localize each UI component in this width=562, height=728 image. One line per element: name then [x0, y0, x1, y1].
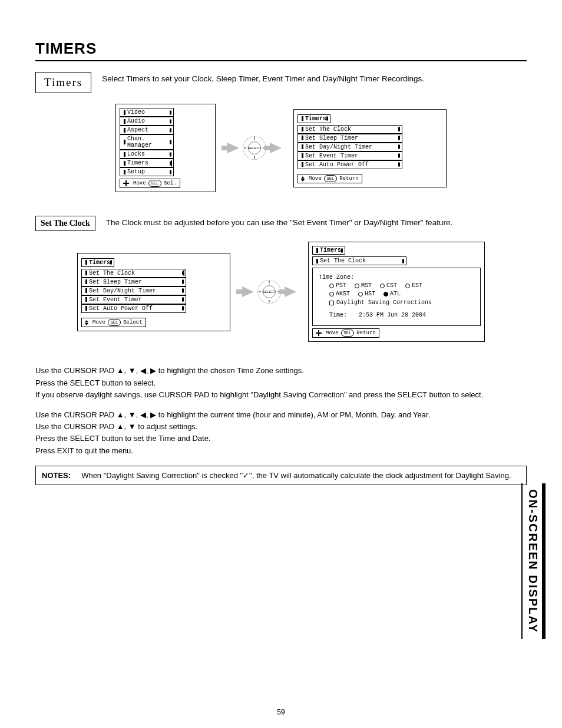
hint-select: Select	[123, 319, 142, 325]
dst-row: Daylight Saving Corrections	[329, 299, 474, 306]
select-dial-icon: SELECT	[257, 280, 281, 304]
time-label: Time:	[329, 312, 347, 318]
hint-return: Return	[339, 176, 358, 182]
menu-set-clock: Set The Clock	[297, 125, 402, 134]
cross-icon	[123, 180, 129, 186]
tz-mst: MST	[355, 282, 372, 289]
select-dial-label: SELECT	[248, 141, 261, 154]
clock-settings-panel: Time Zone: PST MST CST EST AKST HST ATL …	[312, 268, 481, 326]
menu-set-event: Set Event Timer	[81, 295, 186, 304]
menu-audio: Audio	[120, 117, 174, 126]
tz-atl: ATL	[384, 291, 401, 297]
hint-move: Move	[92, 319, 105, 325]
timers-intro: Timers Select Timers to set your Clock, …	[35, 72, 527, 93]
hint-sel-pill: SEL	[148, 180, 162, 187]
timers-label-box: Timers	[35, 72, 91, 93]
menu-chan-manager: Chan. Manager	[120, 134, 174, 150]
divider	[35, 60, 527, 61]
instr-line: If you observe daylight savings, use CUR…	[35, 390, 527, 400]
menu-aspect: Aspect	[120, 126, 174, 134]
instr-line: Use the CURSOR PAD ▲, ▼, ◀, ▶ to highlig…	[35, 410, 527, 420]
timers-menu-list: Set The Clock Set Sleep Timer Set Day/Ni…	[297, 125, 442, 169]
side-label-text: ON-SCREEN DISPLAY	[521, 483, 546, 515]
dst-checkbox	[329, 301, 334, 305]
timers-menu-hint-2: Move SEL Select	[81, 318, 146, 327]
arrow-right-icon	[242, 286, 254, 297]
hint-select: Sel.	[164, 180, 177, 186]
main-menu-hint: Move SEL Sel.	[120, 179, 180, 188]
timers-submenu-osd-2: Timers Set The Clock Set Sleep Timer Set…	[77, 253, 230, 332]
timers-tab: Timers	[312, 246, 345, 255]
set-clock-panel-osd: Timers Set The Clock Time Zone: PST MST …	[308, 242, 485, 342]
instr-line: Press EXIT to quit the menu.	[35, 446, 527, 456]
instr-line: Use the CURSOR PAD ▲, ▼, ◀, ▶ to highlig…	[35, 365, 527, 376]
tz-pst: PST	[329, 282, 346, 289]
menu-set-sleep: Set Sleep Timer	[81, 278, 186, 286]
timezone-row-1: PST MST CST EST	[329, 282, 474, 289]
instr-line: Use the CURSOR PAD ▲, ▼ to adjust settin…	[35, 421, 527, 432]
hint-move: Move	[133, 180, 146, 186]
timers-tab: Timers	[297, 114, 330, 123]
arrow-separator-2: SELECT	[242, 280, 296, 304]
set-clock-desc: The Clock must be adjusted before you ca…	[106, 216, 527, 227]
clock-panel-hint: Move SEL Return	[312, 328, 379, 338]
select-dial-icon: SELECT	[243, 136, 266, 160]
arrow-right-icon	[270, 143, 282, 153]
menu-video: Video	[120, 108, 174, 117]
menu-set-autopower: Set Auto Power Off	[81, 304, 186, 313]
timers-desc: Select Timers to set your Clock, Sleep T…	[102, 72, 527, 83]
figure-row-2: Timers Set The Clock Set Sleep Timer Set…	[35, 242, 527, 342]
menu-set-daynight: Set Day/Night Timer	[81, 286, 186, 295]
set-clock-intro: Set The Clock The Clock must be adjusted…	[35, 216, 527, 231]
notes-text: When "Daylight Saving Correction" is che…	[81, 471, 511, 480]
hint-sel-pill: SEL	[108, 319, 121, 326]
dst-label: Daylight Saving Corrections	[336, 299, 432, 306]
notes-label: NOTES:	[42, 471, 71, 480]
menu-set-daynight: Set Day/Night Timer	[297, 143, 402, 151]
figure-row-1: Video Audio Aspect Chan. Manager Locks T…	[35, 104, 527, 192]
time-row: Time: 2:53 PM Jun 28 2004	[329, 312, 474, 318]
updown-icon	[301, 176, 305, 182]
select-dial-label: SELECT	[263, 285, 276, 298]
tz-hst: HST	[358, 291, 375, 297]
menu-set-event: Set Event Timer	[297, 151, 402, 160]
page-title: TIMERS	[35, 39, 527, 58]
updown-icon	[85, 320, 88, 325]
timers-menu-hint: Move SEL Return	[297, 174, 362, 183]
menu-timers: Timers	[120, 159, 174, 167]
tz-akst: AKST	[329, 291, 350, 297]
timers-submenu-osd: Timers Set The Clock Set Sleep Timer Set…	[293, 109, 447, 188]
menu-set-sleep: Set Sleep Timer	[297, 134, 402, 143]
time-value: 2:53 PM Jun 28 2004	[359, 312, 426, 318]
arrow-right-icon	[285, 286, 296, 297]
notes-box: NOTES: When "Daylight Saving Correction"…	[35, 466, 527, 485]
hint-move: Move	[326, 330, 339, 336]
instr-line: Press the SELECT button to set the Time …	[35, 433, 527, 444]
timers-tab: Timers	[81, 258, 114, 267]
instructions-block-1: Use the CURSOR PAD ▲, ▼, ◀, ▶ to highlig…	[35, 365, 527, 400]
arrow-separator-1: SELECT	[227, 136, 282, 160]
tz-cst: CST	[380, 282, 397, 289]
main-menu-list: Video Audio Aspect Chan. Manager Locks T…	[120, 108, 211, 176]
instructions-block-2: Use the CURSOR PAD ▲, ▼, ◀, ▶ to highlig…	[35, 410, 527, 456]
set-clock-subtab: Set The Clock	[312, 256, 406, 265]
arrow-right-icon	[227, 143, 239, 153]
instr-line: Press the SELECT button to select.	[35, 378, 527, 388]
hint-sel-pill: SEL	[341, 330, 355, 337]
hint-move: Move	[309, 176, 322, 182]
tz-est: EST	[405, 282, 422, 289]
timers-menu-list-2: Set The Clock Set Sleep Timer Set Day/Ni…	[81, 269, 226, 313]
set-clock-label-box: Set The Clock	[35, 216, 95, 231]
menu-setup: Setup	[120, 167, 174, 176]
hint-return: Return	[356, 330, 375, 336]
timezone-row-2: AKST HST ATL	[329, 291, 474, 297]
hint-sel-pill: SEL	[324, 175, 338, 182]
menu-locks: Locks	[120, 150, 174, 159]
menu-set-clock: Set The Clock	[81, 269, 186, 278]
menu-set-autopower: Set Auto Power Off	[297, 160, 402, 169]
side-label: ON-SCREEN DISPLAY	[521, 483, 546, 515]
cross-icon	[316, 330, 322, 336]
timezone-label: Time Zone:	[319, 274, 474, 281]
main-menu-osd: Video Audio Aspect Chan. Manager Locks T…	[115, 104, 216, 192]
